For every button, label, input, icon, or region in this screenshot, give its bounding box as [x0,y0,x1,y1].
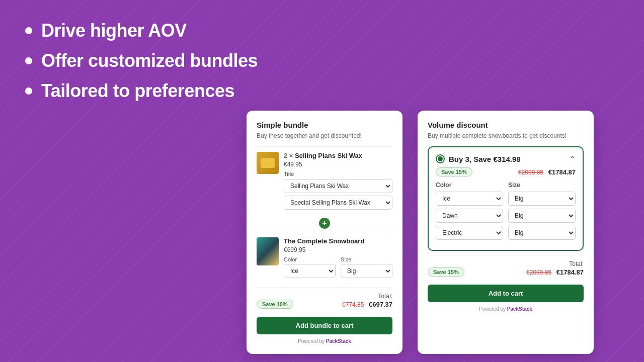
color-col: Color Ice Dawn Electric [284,256,336,278]
size-label: Size [341,256,392,262]
volume-footer: Total: Save 15% €2099.85 €1784.87 Add to… [428,255,584,312]
bullet-text-3: Tailored to preferences [41,80,234,102]
price-original: €774.85 [342,301,364,308]
volume-price-discounted: €1784.87 [556,268,584,276]
wax-product-image [257,152,279,174]
add-bundle-to-cart-button[interactable]: Add bundle to cart [257,317,392,334]
size-header: Size [508,182,576,189]
volume-price-original: €2099.85 [526,269,551,276]
volume-save-badge: Save 15% [428,267,464,277]
plan-save-row: Save 15% €2099.85 €1784.87 [436,167,576,176]
color-select-col-2: IceDawnElectric [436,209,503,223]
plan-header: Buy 3, Save €314.98 ⌃ [436,154,576,163]
product-info-1: 2 × Selling Plans Ski Wax €49.95 Title S… [284,152,392,210]
bullet-dot-2 [25,57,32,64]
size-select-col-3: BigMediumSmall [508,226,576,240]
variant-grid-row-2: IceDawnElectric BigMediumSmall [436,209,576,223]
product1-select2[interactable]: Special Selling Plans Ski Wax [284,196,392,210]
variant-grid-row-3: IceDawnElectric BigMediumSmall [436,226,576,240]
radio-selected[interactable] [436,154,445,163]
product-bold-name: Selling Plans Ski Wax [295,152,362,159]
simple-bundle-card: Simple bundle Buy these together and get… [247,111,403,354]
size-select-row3[interactable]: BigMediumSmall [508,226,576,240]
size-select-row2[interactable]: BigMediumSmall [508,209,576,223]
bullet-item-2: Offer customized bundles [25,50,258,71]
variant-grid-row-1: IceDawnElectric BigMediumSmall [436,192,576,206]
add-to-cart-button[interactable]: Add to cart [428,285,584,302]
simple-bundle-footer: Total: Save 10% €774.85 €697.37 Add bund… [257,287,392,344]
cards-area: Simple bundle Buy these together and get… [247,111,594,354]
size-select-col-1: BigMediumSmall [508,192,576,206]
packstack-link-simple[interactable]: PackStack [326,338,351,344]
plan-chevron-icon[interactable]: ⌃ [570,155,576,163]
save-row: Save 10% €774.85 €697.37 [257,300,392,309]
bullet-text-2: Offer customized bundles [41,50,258,71]
plan-row[interactable]: Buy 3, Save €314.98 ⌃ Save 15% €2099.85 … [428,146,584,251]
color-size-grid: Color Size IceDawnElectric BigMediumSmal… [436,182,576,240]
product-info-2: The Complete Snowboard €699.95 Color Ice… [284,237,392,278]
volume-discount-title: Volume discount [428,121,584,129]
size-select-col-2: BigMediumSmall [508,209,576,223]
color-size-header: Color Size [436,182,576,189]
color-label: Color [284,256,336,262]
price-discounted: €697.37 [369,301,392,308]
bullet-section: Drive higher AOV Offer customized bundle… [25,20,258,111]
color-select-row2[interactable]: IceDawnElectric [436,209,503,223]
product-name-2: The Complete Snowboard [284,237,392,245]
plan-save-badge: Save 15% [436,167,472,176]
snowboard-product-image [257,237,279,265]
product1-select1[interactable]: Selling Plans Ski Wax [284,179,392,193]
main-wrapper: Drive higher AOV Offer customized bundle… [0,0,644,362]
radio-dot [438,156,443,161]
color-header: Color [436,182,503,189]
bullet-dot-1 [25,27,32,34]
product-name-1: 2 × Selling Plans Ski Wax [284,152,392,159]
add-icon-container: + [257,215,392,232]
color-select-row3[interactable]: IceDawnElectric [436,226,503,240]
simple-bundle-title: Simple bundle [257,121,392,129]
volume-discount-subtitle: Buy multiple complete snowboards to get … [428,132,584,139]
plan-price-discounted: €1784.87 [548,168,576,176]
color-select[interactable]: Ice Dawn Electric [284,264,336,278]
bullet-text-1: Drive higher AOV [41,20,187,41]
quantity-prefix: 2 × [284,152,293,159]
product-row-1: 2 × Selling Plans Ski Wax €49.95 Title S… [257,146,392,215]
powered-by-simple: Powered by PackStack [257,338,392,344]
plan-title-text: Buy 3, Save €314.98 [449,155,521,163]
volume-total-label: Total: [428,260,584,267]
product-price-2: €699.95 [284,246,392,253]
volume-discount-card: Volume discount Buy multiple complete sn… [418,111,594,354]
volume-save-row: Save 15% €2099.85 €1784.87 [428,267,584,277]
packstack-link-volume[interactable]: PackStack [507,306,532,312]
bullet-item-1: Drive higher AOV [25,20,258,41]
total-label: Total: [257,293,392,300]
plan-prices: €2099.85 €1784.87 [518,168,576,176]
add-product-icon[interactable]: + [319,218,330,229]
save-badge: Save 10% [257,300,293,309]
simple-bundle-subtitle: Buy these together and get discounted! [257,132,392,139]
price-row: €774.85 €697.37 [342,301,392,308]
product-price-1: €49.95 [284,161,392,168]
title-label: Title [284,171,392,177]
bullet-item-3: Tailored to preferences [25,80,258,102]
plan-price-original: €2099.85 [518,169,543,176]
size-select-row1[interactable]: BigMediumSmall [508,192,576,206]
size-select[interactable]: Big Medium Small [341,264,392,278]
wax-inner-block [261,158,275,168]
color-select-col-1: IceDawnElectric [436,192,503,206]
size-col: Size Big Medium Small [341,256,392,278]
color-select-row1[interactable]: IceDawnElectric [436,192,503,206]
powered-by-volume: Powered by PackStack [428,306,584,312]
product-row-2: The Complete Snowboard €699.95 Color Ice… [257,232,392,283]
plan-title-row: Buy 3, Save €314.98 [436,154,521,163]
bullet-dot-3 [25,87,32,95]
variant-row: Color Ice Dawn Electric Size Big Me [284,256,392,278]
volume-price-row: €2099.85 €1784.87 [526,268,584,276]
color-select-col-3: IceDawnElectric [436,226,503,240]
